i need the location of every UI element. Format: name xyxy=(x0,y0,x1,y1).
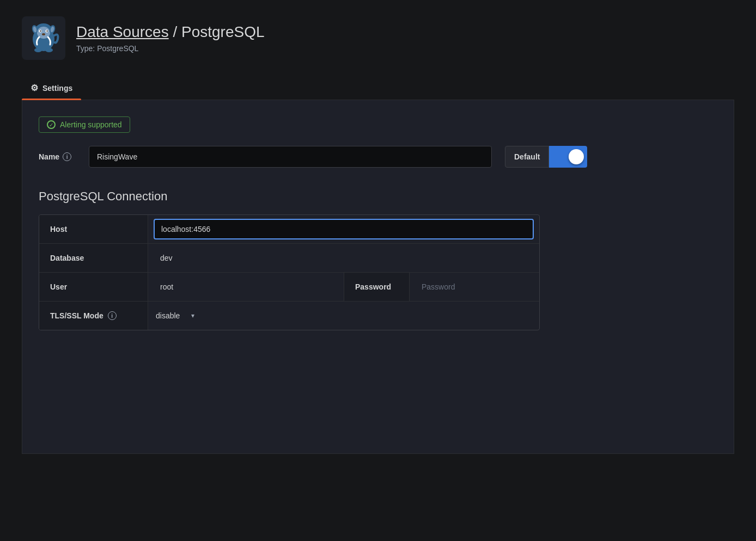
database-label: Database xyxy=(39,244,148,272)
connection-section-title: PostgreSQL Connection xyxy=(39,189,717,204)
user-input[interactable] xyxy=(154,276,338,297)
database-input[interactable] xyxy=(154,248,534,268)
page-name: PostgreSQL xyxy=(181,23,265,40)
name-info-icon[interactable]: i xyxy=(63,152,71,161)
host-label: Host xyxy=(39,215,148,243)
name-input[interactable] xyxy=(89,146,492,168)
host-input[interactable] xyxy=(154,219,534,239)
default-toggle[interactable] xyxy=(549,146,587,168)
svg-point-7 xyxy=(42,33,45,35)
alerting-badge-text: Alerting supported xyxy=(60,120,122,129)
name-label: Name i xyxy=(39,152,82,161)
host-value-cell xyxy=(148,215,539,243)
tls-info-icon[interactable]: i xyxy=(108,311,117,320)
check-icon: ✓ xyxy=(47,120,56,129)
tls-select[interactable]: disable require verify-ca verify-full xyxy=(154,309,189,322)
tab-settings[interactable]: ⚙ Settings xyxy=(22,76,81,100)
tabs-container: ⚙ Settings xyxy=(22,76,734,100)
svg-point-5 xyxy=(40,30,41,32)
password-input[interactable] xyxy=(415,276,534,297)
svg-point-12 xyxy=(34,48,42,52)
password-label: Password xyxy=(344,273,410,301)
toggle-knob xyxy=(569,149,584,164)
connection-table: Host Database User xyxy=(39,214,540,330)
chevron-down-icon: ▾ xyxy=(191,312,194,319)
svg-point-6 xyxy=(46,30,47,32)
user-label: User xyxy=(39,273,148,301)
svg-point-13 xyxy=(45,48,53,52)
page-subtitle: Type: PostgreSQL xyxy=(76,44,265,53)
alerting-badge: ✓ Alerting supported xyxy=(39,116,130,133)
name-row: Name i Default xyxy=(39,146,717,168)
header-text: Data Sources / PostgreSQL Type: PostgreS… xyxy=(76,23,265,53)
host-row: Host xyxy=(39,215,539,244)
default-toggle-group: Default xyxy=(505,146,587,168)
logo-container xyxy=(22,16,65,60)
database-value-cell xyxy=(148,244,539,272)
page-header: Data Sources / PostgreSQL Type: PostgreS… xyxy=(22,16,734,60)
tls-value-cell: disable require verify-ca verify-full ▾ xyxy=(148,302,539,330)
user-value-cell xyxy=(148,273,344,301)
tls-select-container: disable require verify-ca verify-full ▾ xyxy=(154,309,194,322)
page-title: Data Sources / PostgreSQL xyxy=(76,23,265,41)
password-value-cell xyxy=(410,273,539,301)
tls-row: TLS/SSL Mode i disable require verify-ca… xyxy=(39,302,539,330)
content-area: ✓ Alerting supported Name i Default Post… xyxy=(22,100,734,454)
postgresql-logo xyxy=(27,22,60,54)
breadcrumb-link[interactable]: Data Sources xyxy=(76,23,169,40)
database-row: Database xyxy=(39,244,539,273)
sliders-icon: ⚙ xyxy=(31,83,38,93)
default-label: Default xyxy=(505,146,549,168)
user-password-row: User Password xyxy=(39,273,539,302)
breadcrumb-separator: / xyxy=(173,23,181,40)
tab-settings-label: Settings xyxy=(42,84,72,93)
tls-label: TLS/SSL Mode i xyxy=(39,302,148,330)
